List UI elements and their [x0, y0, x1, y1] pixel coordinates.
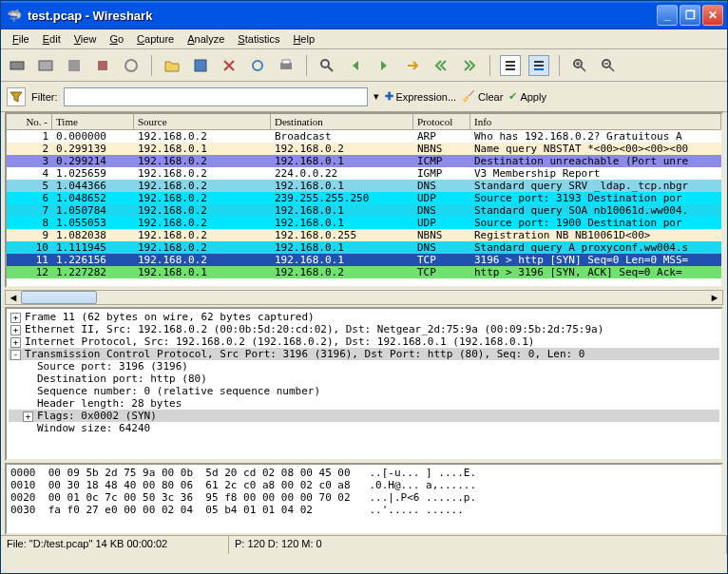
- menu-capture[interactable]: Capture: [131, 31, 180, 47]
- tree-winsize[interactable]: Window size: 64240: [9, 422, 719, 434]
- tree-frame[interactable]: +Frame 11 (62 bytes on wire, 62 bytes ca…: [9, 311, 719, 323]
- menubar: File Edit View Go Capture Analyze Statis…: [1, 29, 727, 49]
- window-title: test.pcap - Wireshark: [28, 9, 657, 23]
- save-file-icon[interactable]: [190, 55, 211, 76]
- collapse-icon[interactable]: -: [10, 350, 21, 360]
- zoom-out-icon[interactable]: [598, 55, 619, 76]
- minimize-button[interactable]: _: [657, 5, 678, 26]
- tree-seq[interactable]: Sequence number: 0 (relative sequence nu…: [9, 385, 719, 397]
- tree-srcport[interactable]: Source port: 3196 (3196): [9, 360, 719, 373]
- packet-details-pane[interactable]: +Frame 11 (62 bytes on wire, 62 bytes ca…: [5, 307, 723, 461]
- column-protocol[interactable]: Protocol: [413, 114, 470, 129]
- svg-rect-13: [534, 61, 544, 63]
- svg-rect-11: [506, 65, 515, 67]
- svg-rect-10: [506, 61, 515, 63]
- menu-help[interactable]: Help: [287, 31, 320, 47]
- menu-go[interactable]: Go: [104, 31, 129, 47]
- reload-icon[interactable]: [247, 55, 268, 76]
- apply-button[interactable]: ✔Apply: [508, 90, 546, 103]
- statusbar: File: "D:/test.pcap" 14 KB 00:00:02 P: 1…: [1, 535, 727, 554]
- svg-point-6: [253, 61, 262, 70]
- colorize-icon[interactable]: [500, 55, 521, 76]
- column-no[interactable]: No. -: [7, 114, 52, 129]
- expand-icon[interactable]: +: [23, 411, 33, 422]
- packet-row[interactable]: 10.000000192.168.0.2BroadcastARPWho has …: [7, 130, 721, 143]
- packet-bytes-pane[interactable]: 0000 00 09 5b 2d 75 9a 00 0b 5d 20 cd 02…: [5, 463, 723, 535]
- svg-rect-2: [68, 60, 80, 71]
- stop-capture-icon[interactable]: [92, 55, 113, 76]
- packet-row[interactable]: 91.082038192.168.0.2192.168.0.255NBNSReg…: [7, 229, 721, 241]
- packet-row[interactable]: 51.044366192.168.0.2192.168.0.1DNSStanda…: [7, 180, 721, 192]
- svg-rect-5: [195, 60, 206, 71]
- filter-input[interactable]: [64, 87, 368, 106]
- main-toolbar: [1, 49, 727, 82]
- menu-file[interactable]: File: [7, 31, 35, 47]
- autoscroll-icon[interactable]: [528, 55, 549, 76]
- print-icon[interactable]: [276, 55, 297, 76]
- restart-capture-icon[interactable]: [121, 55, 142, 76]
- packet-row[interactable]: 20.299139192.168.0.1192.168.0.2NBNSName …: [7, 143, 721, 155]
- tree-dstport[interactable]: Destination port: http (80): [9, 373, 719, 385]
- filter-label: Filter:: [31, 91, 58, 103]
- svg-point-4: [125, 60, 137, 71]
- menu-edit[interactable]: Edit: [37, 31, 67, 47]
- expand-icon[interactable]: +: [10, 325, 21, 335]
- packet-row[interactable]: 61.048652192.168.0.2239.255.255.250UDPSo…: [7, 192, 721, 204]
- maximize-button[interactable]: ❐: [680, 5, 700, 26]
- svg-rect-12: [506, 68, 515, 70]
- expression-button[interactable]: ✚Expression...: [385, 90, 457, 103]
- titlebar[interactable]: 🦈 test.pcap - Wireshark _ ❐ ✕: [1, 1, 727, 29]
- scroll-right-icon[interactable]: ►: [707, 292, 722, 303]
- open-file-icon[interactable]: [162, 55, 182, 76]
- packet-row[interactable]: 121.227282192.168.0.1192.168.0.2TCPhttp …: [7, 266, 721, 278]
- column-destination[interactable]: Destination: [271, 114, 413, 129]
- packet-row[interactable]: 111.226156192.168.0.2192.168.0.1TCP3196 …: [7, 254, 721, 266]
- packet-row[interactable]: 101.111945192.168.0.2192.168.0.1DNSStand…: [7, 241, 721, 254]
- menu-analyze[interactable]: Analyze: [182, 31, 230, 47]
- go-last-icon[interactable]: [459, 55, 480, 76]
- find-icon[interactable]: [316, 55, 337, 76]
- options-icon[interactable]: [35, 55, 56, 76]
- tree-flags[interactable]: +Flags: 0x0002 (SYN): [9, 410, 719, 422]
- close-button[interactable]: ✕: [702, 5, 723, 26]
- svg-rect-0: [10, 62, 24, 69]
- status-file: File: "D:/test.pcap" 14 KB 00:00:02: [1, 536, 229, 554]
- packet-list-pane[interactable]: No. - Time Source Destination Protocol I…: [5, 112, 723, 288]
- zoom-in-icon[interactable]: [569, 55, 590, 76]
- go-first-icon[interactable]: [431, 55, 451, 76]
- close-file-icon[interactable]: [219, 55, 239, 76]
- filter-toolbar: Filter: ▾ ✚Expression... 🧹Clear ✔Apply: [1, 82, 727, 112]
- interfaces-icon[interactable]: [7, 55, 28, 76]
- tree-ip[interactable]: +Internet Protocol, Src: 192.168.0.2 (19…: [9, 335, 719, 348]
- packet-row[interactable]: 71.050784192.168.0.2192.168.0.1DNSStanda…: [7, 204, 721, 217]
- scroll-thumb[interactable]: [21, 291, 97, 304]
- clear-button[interactable]: 🧹Clear: [462, 90, 503, 103]
- svg-rect-14: [534, 65, 544, 67]
- tree-hdrlen[interactable]: Header length: 28 bytes: [9, 397, 719, 410]
- column-info[interactable]: Info: [470, 114, 721, 129]
- scroll-left-icon[interactable]: ◄: [6, 292, 21, 303]
- filter-dropdown-icon[interactable]: ▾: [374, 90, 379, 103]
- go-forward-icon[interactable]: [374, 55, 394, 76]
- expand-icon[interactable]: +: [10, 337, 21, 348]
- filter-icon[interactable]: [7, 87, 26, 106]
- menu-statistics[interactable]: Statistics: [232, 31, 285, 47]
- tree-ethernet[interactable]: +Ethernet II, Src: 192.168.0.2 (00:0b:5d…: [9, 323, 719, 335]
- expand-icon[interactable]: +: [10, 313, 21, 323]
- svg-point-9: [321, 60, 329, 67]
- packet-list-hscroll[interactable]: ◄ ►: [5, 290, 723, 305]
- go-back-icon[interactable]: [345, 55, 366, 76]
- menu-view[interactable]: View: [68, 31, 103, 47]
- column-source[interactable]: Source: [134, 114, 271, 129]
- packet-list-header[interactable]: No. - Time Source Destination Protocol I…: [7, 114, 721, 130]
- tree-tcp[interactable]: -Transmission Control Protocol, Src Port…: [9, 348, 719, 360]
- go-to-icon[interactable]: [402, 55, 423, 76]
- column-time[interactable]: Time: [52, 114, 134, 129]
- svg-rect-8: [282, 60, 290, 64]
- packet-row[interactable]: 30.299214192.168.0.2192.168.0.1ICMPDesti…: [7, 155, 721, 167]
- packet-row[interactable]: 81.055053192.168.0.2192.168.0.1UDPSource…: [7, 217, 721, 229]
- status-counts: P: 120 D: 120 M: 0: [229, 536, 727, 554]
- packet-row[interactable]: 41.025659192.168.0.2224.0.0.22IGMPV3 Mem…: [7, 167, 721, 180]
- app-icon: 🦈: [7, 9, 22, 23]
- start-capture-icon[interactable]: [64, 55, 85, 76]
